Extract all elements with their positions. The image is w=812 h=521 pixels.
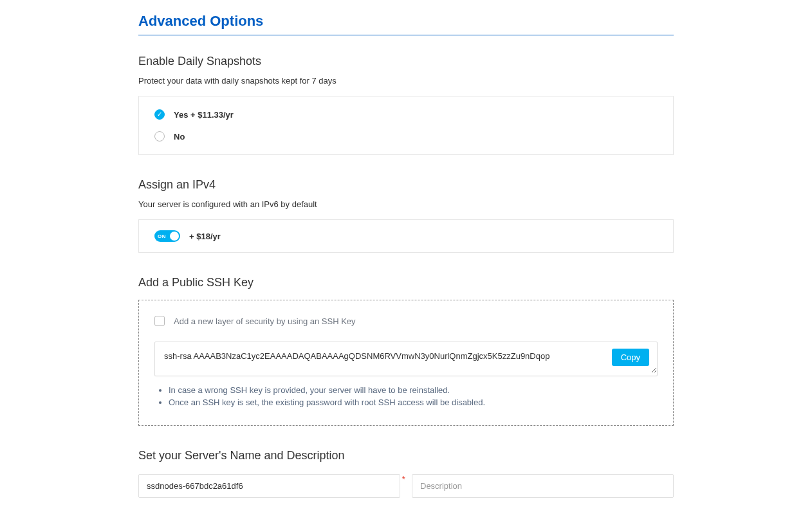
checkmark-icon: ✓	[157, 111, 162, 118]
ipv4-price-label: + $18/yr	[189, 232, 221, 241]
ssh-key-textarea[interactable]	[155, 342, 657, 373]
required-star-icon: *	[402, 474, 405, 484]
ssh-checkbox[interactable]	[154, 316, 165, 326]
ssh-input-wrap: Copy	[154, 342, 658, 376]
ssh-dashed-box: Add a new layer of security by using an …	[138, 300, 674, 426]
snapshots-section-title: Enable Daily Snapshots	[138, 55, 674, 68]
ipv4-section-title: Assign an IPv4	[138, 178, 674, 192]
toggle-knob-icon	[170, 232, 179, 241]
snapshots-radio-no[interactable]: No	[154, 131, 658, 142]
server-name-input-wrap: *	[138, 474, 400, 498]
server-name-input[interactable]	[138, 474, 400, 498]
ssh-note-item: In case a wrong SSH key is provided, you…	[169, 385, 658, 395]
ssh-notes-list: In case a wrong SSH key is provided, you…	[154, 385, 658, 407]
snapshots-subtitle: Protect your data with daily snapshots k…	[138, 76, 674, 86]
radio-selected-icon: ✓	[154, 109, 165, 120]
server-name-section-title: Set your Server's Name and Description	[138, 449, 674, 462]
ssh-section-title: Add a Public SSH Key	[138, 276, 674, 289]
ipv4-toggle[interactable]: ON	[154, 230, 180, 242]
radio-unselected-icon	[154, 131, 165, 142]
server-description-input-wrap	[412, 474, 674, 498]
ssh-note-item: Once an SSH key is set, the existing pas…	[169, 398, 658, 407]
server-description-input[interactable]	[412, 474, 674, 498]
page-title: Advanced Options	[138, 13, 674, 35]
ipv4-subtitle: Your server is configured with an IPv6 b…	[138, 199, 674, 209]
ssh-checkbox-label: Add a new layer of security by using an …	[174, 316, 356, 326]
copy-button[interactable]: Copy	[612, 349, 649, 366]
snapshots-radio-no-label: No	[174, 132, 185, 142]
snapshots-radio-yes[interactable]: ✓ Yes + $11.33/yr	[154, 109, 658, 120]
snapshots-radio-yes-label: Yes + $11.33/yr	[174, 110, 234, 120]
toggle-on-label: ON	[158, 233, 166, 239]
ipv4-option-box: ON + $18/yr	[138, 219, 674, 253]
snapshots-option-box: ✓ Yes + $11.33/yr No	[138, 96, 674, 155]
